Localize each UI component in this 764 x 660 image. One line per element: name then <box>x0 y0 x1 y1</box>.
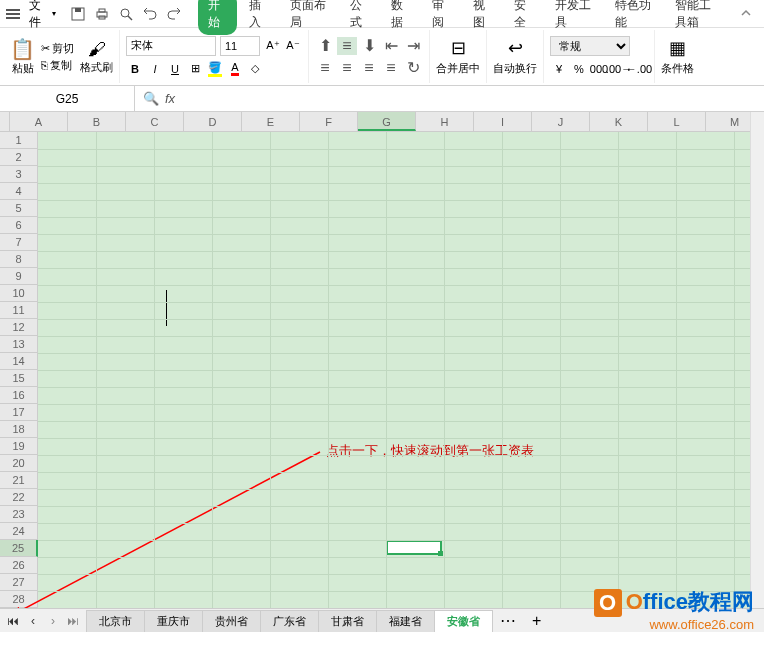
file-menu[interactable]: 文件 ▾ <box>23 0 61 31</box>
row-header-17[interactable]: 17 <box>0 404 38 421</box>
col-header-B[interactable]: B <box>68 112 126 131</box>
col-header-D[interactable]: D <box>184 112 242 131</box>
row-header-14[interactable]: 14 <box>0 353 38 370</box>
row-header-23[interactable]: 23 <box>0 506 38 523</box>
align-bottom-button[interactable]: ⬇ <box>359 37 379 55</box>
wrap-text-button[interactable]: ↩ 自动换行 <box>493 37 537 76</box>
number-format-select[interactable]: 常规 <box>550 36 630 56</box>
cells-area[interactable]: 点击一下，快速滚动到第一张工资表 <box>38 132 764 608</box>
conditional-format-button[interactable]: ▦ 条件格 <box>661 37 694 76</box>
row-header-3[interactable]: 3 <box>0 166 38 183</box>
decrease-font-button[interactable]: A⁻ <box>284 37 302 55</box>
redo-button[interactable] <box>166 6 182 22</box>
copy-button[interactable]: ⎘复制 <box>41 58 74 73</box>
font-name-select[interactable] <box>126 36 216 56</box>
increase-font-button[interactable]: A⁺ <box>264 37 282 55</box>
sheet-tab-6[interactable]: 安徽省 <box>434 610 493 632</box>
justify-button[interactable]: ≡ <box>381 59 401 77</box>
row-header-19[interactable]: 19 <box>0 438 38 455</box>
sheet-tab-5[interactable]: 福建省 <box>376 610 435 632</box>
font-size-select[interactable] <box>220 36 260 56</box>
row-header-4[interactable]: 4 <box>0 183 38 200</box>
print-button[interactable] <box>94 6 110 22</box>
print-preview-button[interactable] <box>118 6 134 22</box>
sheet-nav-last-button[interactable]: ⏭ <box>64 612 82 630</box>
col-header-K[interactable]: K <box>590 112 648 131</box>
col-header-C[interactable]: C <box>126 112 184 131</box>
sheet-nav-prev-button[interactable]: ‹ <box>24 612 42 630</box>
sheet-tab-3[interactable]: 广东省 <box>260 610 319 632</box>
row-header-12[interactable]: 12 <box>0 319 38 336</box>
vertical-scrollbar[interactable] <box>750 112 764 608</box>
col-header-L[interactable]: L <box>648 112 706 131</box>
clear-format-button[interactable]: ◇ <box>246 60 264 78</box>
row-header-16[interactable]: 16 <box>0 387 38 404</box>
active-cell[interactable] <box>386 540 442 555</box>
name-box[interactable] <box>0 86 135 111</box>
row-header-2[interactable]: 2 <box>0 149 38 166</box>
col-header-J[interactable]: J <box>532 112 590 131</box>
sheet-tab-4[interactable]: 甘肃省 <box>318 610 377 632</box>
underline-button[interactable]: U <box>166 60 184 78</box>
sheet-nav-first-button[interactable]: ⏮ <box>4 612 22 630</box>
align-left-button[interactable]: ≡ <box>315 59 335 77</box>
row-header-25[interactable]: 25 <box>0 540 38 557</box>
col-header-E[interactable]: E <box>242 112 300 131</box>
col-header-I[interactable]: I <box>474 112 532 131</box>
row-header-20[interactable]: 20 <box>0 455 38 472</box>
row-header-13[interactable]: 13 <box>0 336 38 353</box>
col-header-G[interactable]: G <box>358 112 416 131</box>
row-header-28[interactable]: 28 <box>0 591 38 608</box>
row-header-1[interactable]: 1 <box>0 132 38 149</box>
row-header-5[interactable]: 5 <box>0 200 38 217</box>
row-header-8[interactable]: 8 <box>0 251 38 268</box>
col-header-A[interactable]: A <box>10 112 68 131</box>
row-header-6[interactable]: 6 <box>0 217 38 234</box>
app-menu-icon[interactable] <box>4 4 21 24</box>
paste-button[interactable]: 📋 粘贴 <box>10 37 35 76</box>
fx-button[interactable]: fx <box>165 91 175 106</box>
sheet-more-button[interactable]: ⋯ <box>492 611 524 630</box>
percent-button[interactable]: % <box>570 60 588 78</box>
save-button[interactable] <box>70 6 86 22</box>
expand-formula-icon[interactable]: 🔍 <box>143 91 159 106</box>
row-header-24[interactable]: 24 <box>0 523 38 540</box>
align-middle-button[interactable]: ≡ <box>337 37 357 55</box>
row-header-21[interactable]: 21 <box>0 472 38 489</box>
sheet-tab-1[interactable]: 重庆市 <box>144 610 203 632</box>
col-header-H[interactable]: H <box>416 112 474 131</box>
bold-button[interactable]: B <box>126 60 144 78</box>
align-center-button[interactable]: ≡ <box>337 59 357 77</box>
row-header-26[interactable]: 26 <box>0 557 38 574</box>
merge-center-button[interactable]: ⊟ 合并居中 <box>436 37 480 76</box>
sheet-add-button[interactable]: + <box>524 612 549 630</box>
collapse-ribbon-button[interactable] <box>732 5 760 23</box>
row-header-10[interactable]: 10 <box>0 285 38 302</box>
orientation-button[interactable]: ↻ <box>403 59 423 77</box>
row-header-11[interactable]: 11 <box>0 302 38 319</box>
sheet-tab-0[interactable]: 北京市 <box>86 610 145 632</box>
fill-color-button[interactable]: 🪣 <box>206 60 224 78</box>
italic-button[interactable]: I <box>146 60 164 78</box>
font-color-button[interactable]: A <box>226 60 244 78</box>
col-header-F[interactable]: F <box>300 112 358 131</box>
sheet-tab-2[interactable]: 贵州省 <box>202 610 261 632</box>
increase-indent-button[interactable]: ⇥ <box>403 37 423 55</box>
row-header-22[interactable]: 22 <box>0 489 38 506</box>
row-header-7[interactable]: 7 <box>0 234 38 251</box>
row-header-15[interactable]: 15 <box>0 370 38 387</box>
row-header-27[interactable]: 27 <box>0 574 38 591</box>
select-all-corner[interactable] <box>0 112 10 131</box>
decrease-decimal-button[interactable]: ←.00 <box>630 60 648 78</box>
decrease-indent-button[interactable]: ⇤ <box>381 37 401 55</box>
format-painter-button[interactable]: 🖌 格式刷 <box>80 39 113 75</box>
row-header-9[interactable]: 9 <box>0 268 38 285</box>
spreadsheet-grid[interactable]: ABCDEFGHIJKLM 12345678910111213141516171… <box>0 112 764 608</box>
cut-button[interactable]: ✂剪切 <box>41 41 74 56</box>
row-header-18[interactable]: 18 <box>0 421 38 438</box>
align-top-button[interactable]: ⬆ <box>315 37 335 55</box>
undo-button[interactable] <box>142 6 158 22</box>
border-button[interactable]: ⊞ <box>186 60 204 78</box>
currency-button[interactable]: ¥ <box>550 60 568 78</box>
align-right-button[interactable]: ≡ <box>359 59 379 77</box>
